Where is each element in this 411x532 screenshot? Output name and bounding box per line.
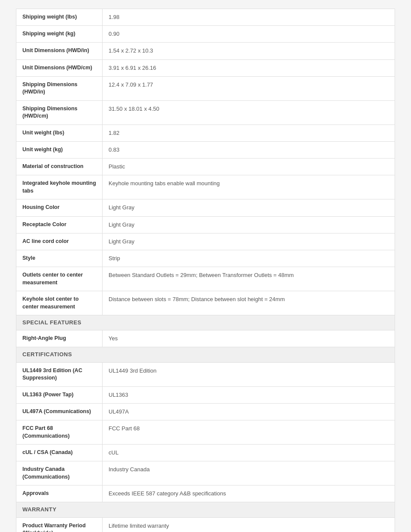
- spec-value: 0.90: [103, 26, 395, 43]
- spec-value: Lifetime limited warranty: [103, 517, 395, 532]
- table-row: Shipping weight (kg)0.90: [16, 26, 395, 43]
- table-row: FCC Part 68 (Communications)FCC Part 68: [16, 420, 395, 445]
- table-row: Right-Angle PlugYes: [16, 330, 395, 347]
- table-row: ApprovalsExceeds IEEE 587 category A&B s…: [16, 485, 395, 502]
- table-row: Unit weight (kg)0.83: [16, 141, 395, 158]
- table-row: AC line cord colorLight Gray: [16, 233, 395, 250]
- table-row: Keyhole slot center to center measuremen…: [16, 291, 395, 315]
- spec-table: Shipping weight (lbs)1.98Shipping weight…: [16, 9, 395, 532]
- spec-value: Plastic: [103, 159, 395, 175]
- spec-label: Product Warranty Period (Worldwide): [16, 517, 103, 532]
- section-header: WARRANTY: [16, 502, 395, 517]
- table-row: Industry Canada (Communications)Industry…: [16, 461, 395, 485]
- spec-value: 1.98: [103, 9, 395, 26]
- spec-value: Light Gray: [103, 216, 395, 233]
- spec-value: UL497A: [103, 403, 395, 420]
- table-row: Shipping weight (lbs)1.98: [16, 9, 395, 26]
- spec-value: Light Gray: [103, 233, 395, 250]
- spec-label: UL1449 3rd Edition (AC Suppression): [16, 362, 103, 386]
- spec-value: 12.4 x 7.09 x 1.77: [103, 76, 395, 100]
- spec-label: cUL / CSA (Canada): [16, 445, 103, 461]
- section-title: SPECIAL FEATURES: [16, 315, 395, 330]
- table-row: Integrated keyhole mounting tabsKeyhole …: [16, 175, 395, 199]
- table-row: StyleStrip: [16, 250, 395, 267]
- section-header: CERTIFICATIONS: [16, 347, 395, 362]
- section-title: WARRANTY: [16, 502, 395, 517]
- spec-value: Exceeds IEEE 587 category A&B specificat…: [103, 485, 395, 502]
- section-title: CERTIFICATIONS: [16, 347, 395, 362]
- spec-label: Unit weight (lbs): [16, 124, 103, 141]
- spec-value: Between Standard Outlets = 29mm; Between…: [103, 267, 395, 291]
- spec-value: 1.54 x 2.72 x 10.3: [103, 43, 395, 59]
- spec-label: Outlets center to center measurement: [16, 267, 103, 291]
- table-row: UL1363 (Power Tap)UL1363: [16, 386, 395, 403]
- table-row: Unit Dimensions (HWD/in)1.54 x 2.72 x 10…: [16, 43, 395, 59]
- spec-value: 1.82: [103, 124, 395, 141]
- table-row: Shipping Dimensions (HWD/cm)31.50 x 18.0…: [16, 100, 395, 124]
- spec-value: Light Gray: [103, 199, 395, 216]
- table-row: UL1449 3rd Edition (AC Suppression)UL144…: [16, 362, 395, 386]
- spec-label: UL1363 (Power Tap): [16, 386, 103, 403]
- spec-label: Unit weight (kg): [16, 141, 103, 158]
- table-row: Shipping Dimensions (HWD/in)12.4 x 7.09 …: [16, 76, 395, 100]
- spec-value: 3.91 x 6.91 x 26.16: [103, 59, 395, 76]
- section-header: SPECIAL FEATURES: [16, 315, 395, 330]
- table-row: cUL / CSA (Canada)cUL: [16, 445, 395, 461]
- table-row: UL497A (Communications)UL497A: [16, 403, 395, 420]
- table-row: Unit weight (lbs)1.82: [16, 124, 395, 141]
- spec-label: Integrated keyhole mounting tabs: [16, 175, 103, 199]
- spec-label: Unit Dimensions (HWD/in): [16, 43, 103, 59]
- spec-value: Keyhole mounting tabs enable wall mounti…: [103, 175, 395, 199]
- spec-value: Industry Canada: [103, 461, 395, 485]
- spec-label: Shipping Dimensions (HWD/cm): [16, 100, 103, 124]
- spec-value: FCC Part 68: [103, 420, 395, 445]
- spec-label: AC line cord color: [16, 233, 103, 250]
- spec-label: Shipping weight (kg): [16, 26, 103, 43]
- table-row: Unit Dimensions (HWD/cm)3.91 x 6.91 x 26…: [16, 59, 395, 76]
- spec-label: Shipping Dimensions (HWD/in): [16, 76, 103, 100]
- table-row: Receptacle ColorLight Gray: [16, 216, 395, 233]
- spec-label: Approvals: [16, 485, 103, 502]
- spec-value: Yes: [103, 330, 395, 347]
- table-row: Product Warranty Period (Worldwide)Lifet…: [16, 517, 395, 532]
- spec-label: Receptacle Color: [16, 216, 103, 233]
- spec-label: Unit Dimensions (HWD/cm): [16, 59, 103, 76]
- spec-value: 0.83: [103, 141, 395, 158]
- spec-value: Strip: [103, 250, 395, 267]
- spec-label: UL497A (Communications): [16, 403, 103, 420]
- spec-label: Housing Color: [16, 199, 103, 216]
- spec-value: cUL: [103, 445, 395, 461]
- spec-label: Industry Canada (Communications): [16, 461, 103, 485]
- spec-value: UL1449 3rd Edition: [103, 362, 395, 386]
- spec-label: Right-Angle Plug: [16, 330, 103, 347]
- table-row: Material of constructionPlastic: [16, 159, 395, 175]
- table-row: Housing ColorLight Gray: [16, 199, 395, 216]
- spec-label: Keyhole slot center to center measuremen…: [16, 291, 103, 315]
- spec-label: Material of construction: [16, 159, 103, 175]
- spec-label: FCC Part 68 (Communications): [16, 420, 103, 445]
- spec-label: Style: [16, 250, 103, 267]
- spec-value: 31.50 x 18.01 x 4.50: [103, 100, 395, 124]
- table-row: Outlets center to center measurementBetw…: [16, 267, 395, 291]
- spec-value: Distance between slots = 78mm; Distance …: [103, 291, 395, 315]
- spec-value: UL1363: [103, 386, 395, 403]
- spec-label: Shipping weight (lbs): [16, 9, 103, 26]
